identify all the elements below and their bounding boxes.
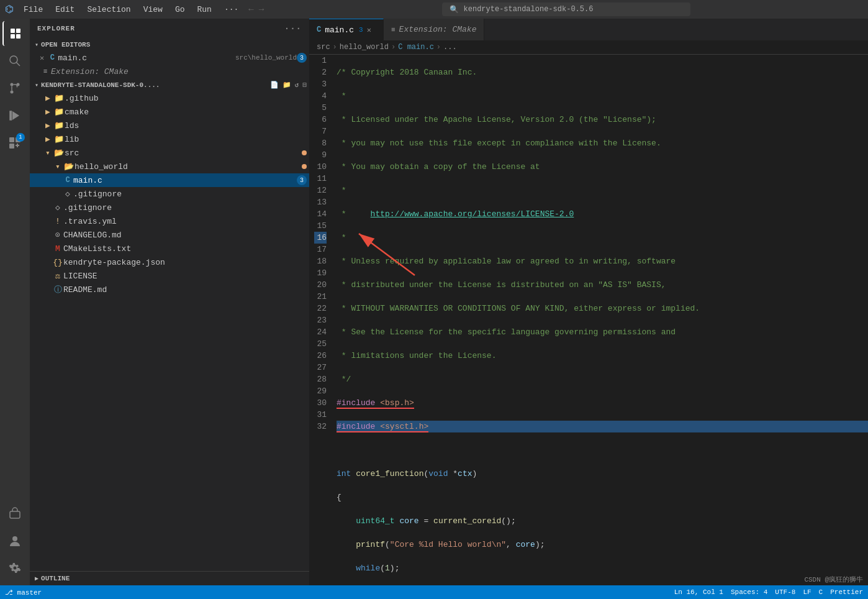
global-search-bar[interactable]: 🔍 kendryte-standalone-sdk-0.5.6	[442, 2, 690, 16]
new-folder-action-icon[interactable]: 📁	[283, 81, 291, 89]
travis-icon: !	[52, 217, 63, 226]
new-file-action-icon[interactable]: 📄	[270, 81, 279, 89]
open-editor-mainc[interactable]: ✕ C main.c src\hello_world 3	[30, 51, 309, 65]
folder-closed-icon: ▶	[42, 93, 53, 103]
cmakelists-label: CMakeLists.txt	[63, 244, 309, 254]
activity-account[interactable]	[2, 528, 27, 553]
changelog-label: CHANGELOG.md	[63, 231, 309, 240]
open-editors-header[interactable]: ▾ OPEN EDITORS	[30, 39, 309, 51]
activity-bar: 1	[0, 19, 30, 585]
tree-mainc-file[interactable]: C main.c 3	[30, 173, 309, 187]
tree-github-folder[interactable]: ▶ 📁 .github	[30, 91, 309, 105]
activity-bottom	[2, 501, 27, 585]
tree-travis[interactable]: ! .travis.yml	[30, 214, 309, 228]
search-icon: 🔍	[450, 5, 459, 14]
status-encoding[interactable]: UTF-8	[775, 588, 795, 596]
collapse-action-icon[interactable]: ⊟	[302, 81, 307, 89]
status-cursor[interactable]: Ln 16, Col 1	[674, 588, 723, 596]
open-editor-path: src\hello_world	[235, 54, 297, 62]
readme-label: README.md	[63, 285, 309, 295]
tab-mainc[interactable]: C main.c 3 ✕	[309, 19, 384, 40]
changelog-icon: ⊙	[52, 230, 63, 240]
readme-icon: ⓘ	[52, 284, 63, 295]
status-bar: ⎇ master Ln 16, Col 1 Spaces: 4 UTF-8 LF…	[0, 585, 868, 599]
open-editor-cmake-label: Extension: CMake	[51, 67, 309, 76]
svg-rect-2	[11, 34, 15, 39]
nav-back-icon[interactable]: ←	[248, 4, 253, 14]
tree-lib-folder[interactable]: ▶ 📁 lib	[30, 132, 309, 146]
status-eol[interactable]: LF	[803, 588, 811, 596]
mainc-badge: 3	[297, 175, 307, 185]
open-editor-cmake[interactable]: ≡ Extension: CMake	[30, 65, 309, 78]
activity-explorer[interactable]	[2, 21, 27, 46]
tree-license[interactable]: ⚖ LICENSE	[30, 269, 309, 283]
line-15: #include <bsp.h>	[337, 397, 868, 409]
activity-extensions[interactable]: 1	[2, 130, 27, 155]
activity-search[interactable]	[2, 48, 27, 73]
status-formatter[interactable]: Prettier	[830, 588, 863, 596]
activity-settings[interactable]	[2, 556, 27, 580]
helloworld-folder-label: hello_world	[75, 162, 302, 171]
watermark: CSDN @疯狂的狮牛	[804, 575, 863, 584]
status-spaces[interactable]: Spaces: 4	[731, 588, 767, 596]
tabs-bar: C main.c 3 ✕ ≡ Extension: CMake	[309, 19, 868, 40]
menu-file[interactable]: File	[19, 4, 48, 16]
c-file-icon: C	[47, 53, 58, 62]
menu-edit[interactable]: Edit	[50, 4, 79, 16]
open-editors-label: OPEN EDITORS	[41, 41, 90, 48]
menu-view[interactable]: View	[138, 4, 168, 16]
menu-selection[interactable]: Selection	[82, 4, 135, 16]
breadcrumb-ellipsis[interactable]: ...	[443, 43, 457, 52]
line-20: uint64_t core = current_coreid();	[337, 515, 868, 527]
tree-src-folder[interactable]: ▾ 📂 src	[30, 146, 309, 160]
line-11: * WITHOUT WARRANTIES OR CONDITIONS OF AN…	[337, 303, 868, 314]
tree-helloworld-folder[interactable]: ▾ 📂 hello_world	[30, 160, 309, 173]
tab-close-icon[interactable]: ✕	[367, 25, 371, 35]
breadcrumb-sep1: ›	[333, 43, 337, 52]
line-12: * See the License for the specific langu…	[337, 326, 868, 338]
menu-go[interactable]: Go	[170, 4, 190, 16]
menu-more[interactable]: ···	[219, 4, 243, 16]
tree-lds-folder[interactable]: ▶ 📁 lds	[30, 119, 309, 132]
tab-cmake[interactable]: ≡ Extension: CMake	[384, 19, 484, 40]
outline-header[interactable]: ▶ OUTLINE	[30, 572, 309, 585]
close-icon[interactable]: ✕	[40, 53, 44, 63]
activity-source-control[interactable]	[2, 76, 27, 101]
svg-rect-10	[10, 111, 12, 120]
nav-forward-icon[interactable]: →	[259, 4, 264, 14]
status-git-branch[interactable]: ⎇ master	[5, 588, 42, 597]
breadcrumb-mainc[interactable]: C main.c	[398, 43, 434, 52]
tree-readme[interactable]: ⓘ README.md	[30, 283, 309, 296]
project-section: ▾ KENDRYTE-STANDALONE-SDK-0.... 📄 📁 ↺ ⊟	[30, 78, 309, 91]
line-numbers: 12345 678910 1112131415 1617 1819202122 …	[309, 55, 334, 585]
refresh-action-icon[interactable]: ↺	[295, 81, 299, 89]
menu-run[interactable]: Run	[192, 4, 216, 16]
breadcrumb-helloworld[interactable]: hello_world	[340, 43, 389, 52]
lib-folder-label: lib	[65, 135, 309, 144]
tree-package-json[interactable]: {} kendryte-package.json	[30, 255, 309, 269]
folder-icon: 📁	[53, 121, 65, 130]
tree-changelog[interactable]: ⊙ CHANGELOG.md	[30, 228, 309, 242]
folder-icon: 📂	[53, 148, 65, 158]
tree-gitignore-inner[interactable]: ◇ .gitignore	[30, 187, 309, 201]
tree-cmakelists[interactable]: M CMakeLists.txt	[30, 242, 309, 255]
folder-icon: 📁	[53, 107, 65, 117]
activity-run[interactable]	[2, 103, 27, 128]
project-header[interactable]: ▾ KENDRYTE-STANDALONE-SDK-0.... 📄 📁 ↺ ⊟	[30, 78, 309, 91]
main-layout: 1 EXPLORER ··· ▾ OPEN EDITORS	[0, 19, 868, 585]
helloworld-dirty-indicator	[302, 164, 307, 169]
tree-cmake-folder[interactable]: ▶ 📁 cmake	[30, 105, 309, 119]
code-editor[interactable]: 12345 678910 1112131415 1617 1819202122 …	[309, 55, 868, 585]
activity-remote[interactable]	[2, 501, 27, 526]
tree-gitignore-root[interactable]: ◇ .gitignore	[30, 201, 309, 214]
open-editor-badge: 3	[297, 53, 307, 63]
svg-rect-11	[9, 137, 14, 142]
file-icon: ◇	[52, 203, 63, 213]
folder-icon: 📂	[63, 162, 75, 171]
status-language[interactable]: C	[819, 588, 823, 596]
new-file-icon[interactable]: ···	[284, 24, 302, 34]
breadcrumb-src[interactable]: src	[317, 43, 330, 52]
mainc-label: main.c	[73, 176, 297, 185]
src-dirty-indicator	[302, 150, 307, 155]
outline-label: OUTLINE	[41, 575, 70, 582]
